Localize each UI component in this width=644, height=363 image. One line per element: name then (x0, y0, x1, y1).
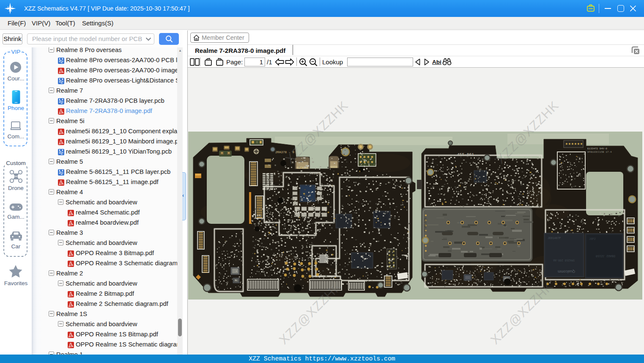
svg-text:HFB103CC15B 17-4: HFB103CC15B 17-4 (587, 151, 612, 154)
svg-text:E133472 94V-0: E133472 94V-0 (587, 147, 607, 150)
svg-text:JE01407P: JE01407P (548, 237, 561, 240)
svg-text:Qualcomm: Qualcomm (558, 270, 575, 274)
svg-text:J6P2: J6P2 (589, 238, 596, 241)
svg-text:SM4250 200-AA: SM4250 200-AA (553, 258, 575, 261)
svg-text:DBA92 JZ150: DBA92 JZ150 (596, 254, 615, 258)
svg-text:FAPETN510: FAPETN510 (423, 216, 427, 232)
